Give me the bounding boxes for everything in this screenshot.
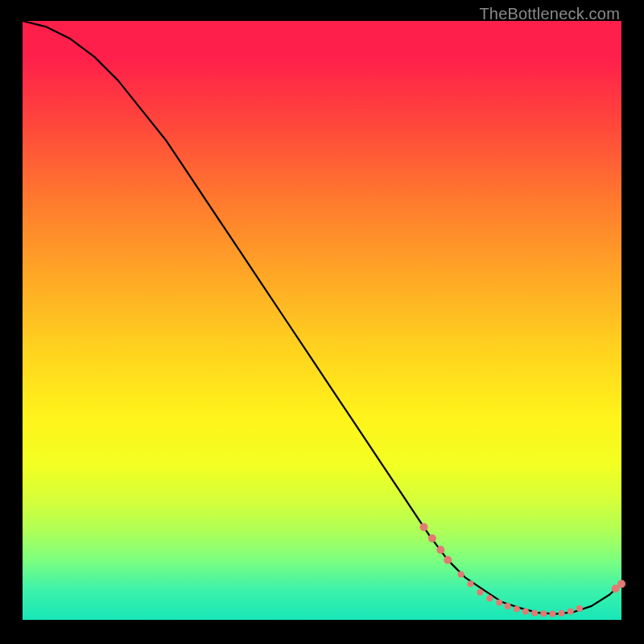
marker-dot	[531, 609, 538, 616]
marker-dot	[568, 609, 574, 615]
marker-dot	[486, 595, 493, 601]
marker-dot	[559, 610, 565, 617]
chart-svg	[23, 21, 621, 620]
marker-dot	[419, 523, 427, 531]
watermark-text: TheBottleneck.com	[479, 5, 620, 23]
marker-dot	[436, 546, 444, 554]
marker-dot	[522, 609, 529, 615]
chart-area	[23, 21, 621, 620]
marker-dot	[444, 556, 452, 564]
marker-dot	[468, 580, 474, 587]
marker-dot	[458, 571, 464, 577]
marker-dot	[617, 580, 625, 588]
marker-dot	[514, 606, 520, 613]
bottleneck-curve	[23, 21, 621, 614]
marker-dot	[496, 599, 502, 605]
marker-dot	[540, 610, 547, 617]
marker-dot	[576, 605, 583, 612]
curve-markers	[419, 523, 625, 617]
marker-dot	[549, 611, 555, 617]
marker-dot	[505, 603, 511, 609]
marker-dot	[428, 535, 436, 543]
marker-dot	[477, 589, 483, 596]
